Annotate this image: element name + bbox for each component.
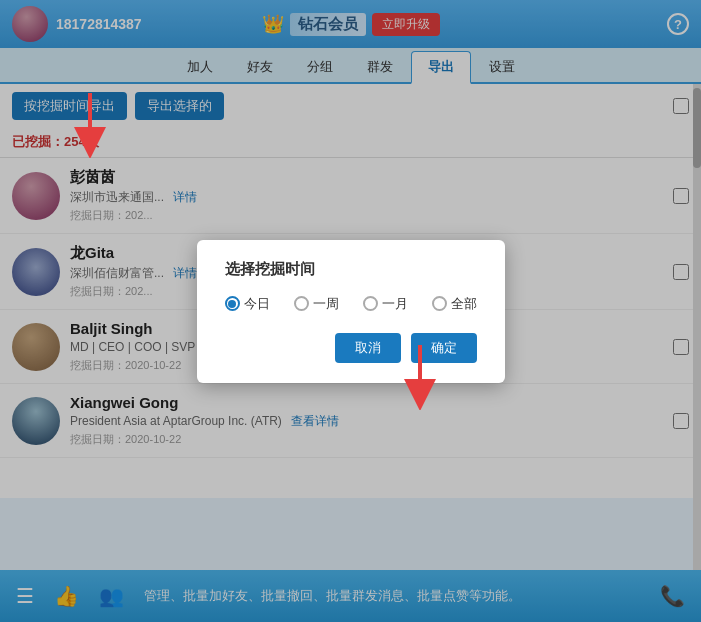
radio-today[interactable]: 今日 [225,295,270,313]
modal-buttons: 取消 确定 [225,333,477,363]
radio-circle-month [363,296,378,311]
cancel-button[interactable]: 取消 [335,333,401,363]
radio-week[interactable]: 一周 [294,295,339,313]
radio-circle-today [225,296,240,311]
radio-circle-week [294,296,309,311]
modal-dialog: 选择挖掘时间 今日 一周 一月 全部 [197,240,505,383]
modal-overlay: 选择挖掘时间 今日 一周 一月 全部 [0,0,701,622]
modal-title: 选择挖掘时间 [225,260,477,279]
confirm-button[interactable]: 确定 [411,333,477,363]
radio-month[interactable]: 一月 [363,295,408,313]
arrow-1 [60,88,120,158]
radio-all[interactable]: 全部 [432,295,477,313]
modal-options: 今日 一周 一月 全部 [225,295,477,313]
radio-circle-all [432,296,447,311]
